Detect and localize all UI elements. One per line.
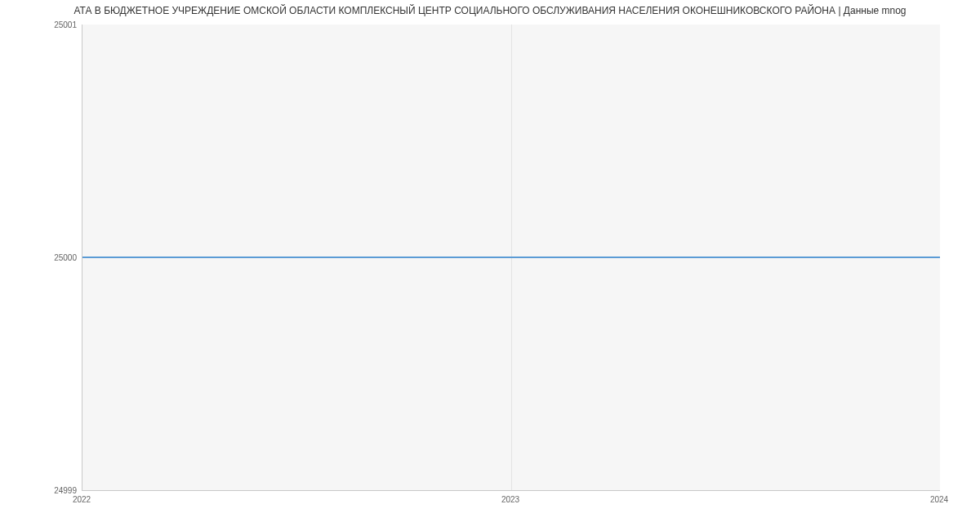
series-line (82, 257, 940, 258)
chart-container: АТА В БЮДЖЕТНОЕ УЧРЕЖДЕНИЕ ОМСКОЙ ОБЛАСТ… (0, 0, 980, 531)
y-tick-label: 25000 (54, 253, 77, 262)
plot-area (82, 25, 940, 491)
x-tick-label: 2023 (501, 495, 519, 504)
chart-title: АТА В БЮДЖЕТНОЕ УЧРЕЖДЕНИЕ ОМСКОЙ ОБЛАСТ… (74, 5, 906, 16)
x-tick-label: 2022 (73, 495, 91, 504)
y-tick-label: 24999 (54, 486, 77, 495)
x-tick-label: 2024 (930, 495, 948, 504)
y-tick-label: 25001 (54, 20, 77, 29)
